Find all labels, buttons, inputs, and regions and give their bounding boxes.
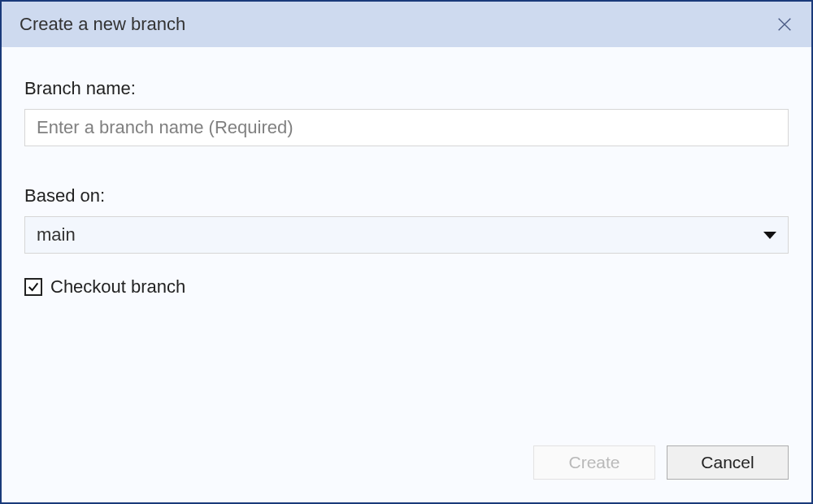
chevron-down-icon: [763, 232, 776, 239]
close-icon[interactable]: [776, 15, 793, 33]
cancel-button[interactable]: Cancel: [667, 445, 789, 480]
branch-name-group: Branch name:: [24, 78, 789, 146]
dialog-content: Branch name: Based on: main Checkout bra…: [2, 47, 811, 445]
checkout-branch-checkbox[interactable]: [24, 278, 42, 296]
based-on-value: main: [37, 224, 76, 245]
based-on-group: Based on: main: [24, 185, 789, 254]
based-on-dropdown[interactable]: main: [24, 216, 789, 254]
branch-name-label: Branch name:: [24, 78, 789, 99]
checkout-branch-row: Checkout branch: [24, 276, 789, 298]
titlebar: Create a new branch: [2, 2, 811, 47]
dialog-title: Create a new branch: [20, 14, 185, 35]
branch-name-input[interactable]: [24, 109, 789, 146]
dialog-footer: Create Cancel: [2, 445, 811, 502]
checkout-branch-label: Checkout branch: [50, 276, 185, 298]
create-button[interactable]: Create: [533, 445, 655, 480]
based-on-label: Based on:: [24, 185, 789, 206]
